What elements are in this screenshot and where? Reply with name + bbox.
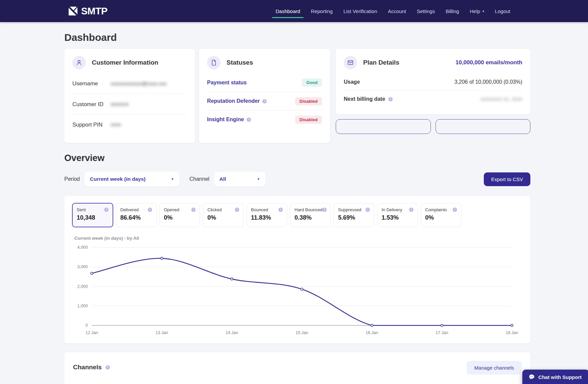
svg-text:12 Jan: 12 Jan [85,330,98,335]
info-icon[interactable]: i [453,208,457,212]
nav-item-label: List Verification [343,8,377,14]
info-icon[interactable]: i [366,208,370,212]
stat-card[interactable]: Sent i 10,348 [72,203,113,227]
customer-row-value-redacted: xxxx [111,122,121,128]
nav-item-label: Reporting [311,8,333,14]
user-icon [72,56,86,69]
customer-info-row: Support PIN xxxx [72,114,187,135]
svg-text:17 Jan: 17 Jan [436,330,448,335]
period-select[interactable]: Current week (in days) ▼ [84,172,179,186]
info-icon[interactable]: i [409,208,413,212]
nav-item[interactable]: Reporting [306,0,338,22]
line-chart-svg: 01,0002,0003,0004,00012 Jan13 Jan14 Jan1… [72,243,522,338]
plan-details-card: Plan Details 10,000,000 emails/month Usa… [336,49,530,114]
period-select-value: Current week (in days) [90,176,145,182]
info-icon[interactable]: i [247,118,251,122]
nav-item[interactable]: Settings [411,0,440,22]
chat-with-support-button[interactable]: Chat with Support [522,370,588,384]
nav-item-label: Billing [446,8,459,14]
info-icon[interactable]: i [148,208,152,212]
status-row: Payment status Good [207,73,322,92]
brand-logo[interactable]: SMTP [68,6,108,17]
chat-button-label: Chat with Support [538,374,582,380]
stats-row: Sent i 10,348 Delivered i 86.64% Opened … [72,203,522,227]
stat-card[interactable]: In Delivery i 1.53% [377,203,418,227]
stat-label: Hard Bounced [295,207,322,212]
status-label-link[interactable]: Insight Engine [207,117,244,123]
channel-select-value: All [219,176,226,182]
stat-value: 86.64% [120,214,152,221]
stat-card[interactable]: Suppressed i 5.69% [334,203,374,227]
plan-column: Plan Details 10,000,000 emails/month Usa… [336,49,530,134]
status-badge: Disabled [295,97,322,105]
nav-item[interactable]: Account [383,0,411,22]
nav-item[interactable]: Logout [489,0,516,22]
stat-label: In Delivery [382,207,402,212]
stat-value: 1.53% [382,214,413,221]
channel-select[interactable]: All ▼ [214,172,265,186]
nav-item-label: Settings [417,8,435,14]
status-label-link[interactable]: Payment status [207,80,247,86]
info-icon[interactable]: i [322,208,327,212]
nav-item[interactable]: Billing [440,0,464,22]
stat-card[interactable]: Bounced i 11.83% [247,203,287,227]
status-badge: Good [302,78,322,87]
info-icon[interactable]: i [262,99,267,103]
svg-text:2,000: 2,000 [77,284,88,289]
channel-label: Channel [189,176,209,182]
nav-item-label: Logout [495,8,510,14]
plan-rows: Usage 3,206 of 10,000,000 (0.03%) Next b… [336,73,530,107]
top-nav: SMTP Dashboard Reporting List Verificati… [0,0,588,22]
info-icon[interactable]: i [235,208,239,212]
nav-item[interactable]: Dashboard [270,0,305,22]
stat-card[interactable]: Opened i 0% [159,203,200,227]
chevron-down-icon: ▼ [171,177,174,181]
stat-label: Delivered [120,207,139,212]
line-chart: 01,0002,0003,0004,00012 Jan13 Jan14 Jan1… [72,243,522,338]
overview-chart-card: Sent i 10,348 Delivered i 86.64% Opened … [64,196,530,343]
overview-title: Overview [64,152,530,164]
plan-row-label: Usage [344,79,360,85]
stat-card[interactable]: Complaints i 0% [421,203,461,227]
stat-card[interactable]: Clicked i 0% [203,203,244,227]
nav-item[interactable]: Help ▾ [464,0,489,22]
status-rows: Payment status Good Reputation Defender … [199,73,330,129]
info-icon[interactable]: i [104,208,109,212]
customer-card-header: Customer Information [64,49,195,73]
statuses-card: Statuses Payment status Good Reputation … [199,49,330,143]
customer-row-value-redacted: xxxxxxx [111,101,129,107]
info-icon[interactable]: i [191,208,196,212]
statuses-card-header: Statuses [199,49,330,73]
nav-item-label: Dashboard [275,8,300,14]
plan-row-value: 3,206 of 10,000,000 (0.03%) [454,79,522,85]
customer-row-label: Support PIN [72,122,111,128]
info-icon[interactable]: i [388,97,393,101]
nav-item-label: Account [388,8,406,14]
manage-channels-button[interactable]: Manage channels [467,361,522,375]
plan-row: Next billing date i xxxxxxxx xx, xxxx [344,90,522,107]
plan-action-button[interactable] [436,119,531,134]
plan-action-button[interactable] [336,119,431,134]
period-label: Period [64,176,80,182]
stat-label: Opened [164,207,179,212]
stat-label: Suppressed [338,207,361,212]
mail-icon [344,56,357,69]
svg-text:13 Jan: 13 Jan [155,330,168,335]
chevron-down-icon: ▼ [257,177,260,181]
stat-card[interactable]: Hard Bounced i 0.38% [290,203,331,227]
status-label-link[interactable]: Reputation Defender [207,98,260,104]
customer-rows: Username xxxxxxxxxxxx@xxxx.xxx Customer … [64,73,195,135]
export-csv-button[interactable]: Export to CSV [484,172,530,186]
info-icon[interactable]: i [106,365,110,370]
customer-info-row: Username xxxxxxxxxxxx@xxxx.xxx [72,73,187,94]
svg-text:0: 0 [85,323,88,328]
plan-card-header: Plan Details 10,000,000 emails/month [336,49,530,73]
info-icon[interactable]: i [278,208,283,212]
nav-item[interactable]: List Verification [338,0,383,22]
plan-row-value: xxxxxxxx xx, xxxx [480,96,522,102]
plan-row-label: Next billing date [344,96,385,102]
status-row: Insight Engine i Disabled [207,110,322,129]
stat-card[interactable]: Delivered i 86.64% [116,203,156,227]
customer-card-title: Customer Information [92,59,158,66]
stat-value: 0.38% [295,214,326,221]
